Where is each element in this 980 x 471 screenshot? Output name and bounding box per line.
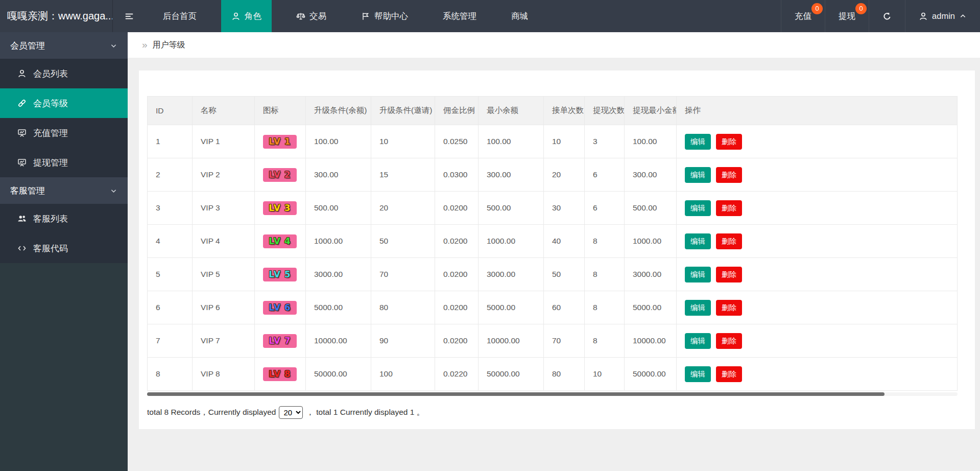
table-row: 7 VIP 7 LV 7 10000.00 90 0.0200 10000.00… [148, 324, 958, 358]
cell-upgrade-balance: 300.00 [306, 158, 371, 192]
recharge-button[interactable]: 充值 0 [781, 0, 825, 32]
nav-item-roles[interactable]: 角色 [221, 0, 272, 32]
cell-actions: 编辑删除 [677, 358, 958, 391]
delete-button[interactable]: 删除 [716, 134, 742, 150]
cell-upgrade-invite: 20 [371, 192, 435, 225]
cell-icon: LV 3 [255, 192, 306, 225]
cell-withdraw-count: 6 [585, 158, 625, 192]
sidebar-group-service-management[interactable]: 客服管理 [0, 177, 128, 204]
cell-min-balance: 3000.00 [479, 258, 544, 291]
edit-button[interactable]: 编辑 [685, 200, 711, 216]
refresh-button[interactable] [869, 0, 905, 32]
levels-table: ID 名称 图标 升级条件(余额) 升级条件(邀请) 佣金比例 最小余额 接单次… [147, 96, 958, 391]
edit-button[interactable]: 编辑 [685, 134, 711, 150]
cell-min-withdrawal: 10000.00 [625, 324, 677, 358]
cell-upgrade-balance: 50000.00 [306, 358, 371, 391]
sidebar-item-withdraw-management[interactable]: 提现管理 [0, 148, 128, 177]
cell-commission-rate: 0.0250 [435, 125, 479, 158]
edit-button[interactable]: 编辑 [685, 267, 711, 282]
cell-icon: LV 6 [255, 291, 306, 324]
edit-button[interactable]: 编辑 [685, 300, 711, 316]
menu-toggle-button[interactable] [112, 0, 146, 32]
cell-name: VIP 1 [193, 125, 255, 158]
user-menu[interactable]: admin [905, 0, 980, 32]
sidebar-item-recharge-management[interactable]: 充值管理 [0, 118, 128, 148]
edit-button[interactable]: 编辑 [685, 167, 711, 183]
cell-upgrade-invite: 70 [371, 258, 435, 291]
page-title: 用户等级 [153, 40, 185, 51]
cell-actions: 编辑删除 [677, 158, 958, 192]
cell-actions: 编辑删除 [677, 125, 958, 158]
cell-min-balance: 1000.00 [479, 225, 544, 258]
cell-commission-rate: 0.0220 [435, 358, 479, 391]
sidebar-item-label: 客服代码 [33, 243, 68, 254]
cell-id: 8 [148, 358, 193, 391]
delete-button[interactable]: 删除 [716, 300, 742, 316]
cell-name: VIP 8 [193, 358, 255, 391]
flag-icon [361, 12, 370, 21]
sidebar-item-member-level[interactable]: 会员等级 [0, 88, 128, 118]
delete-button[interactable]: 删除 [716, 200, 742, 216]
cell-id: 3 [148, 192, 193, 225]
page-size-select[interactable]: 20 [279, 406, 303, 419]
level-badge: LV 6 [263, 301, 297, 315]
cell-upgrade-balance: 3000.00 [306, 258, 371, 291]
cell-upgrade-invite: 100 [371, 358, 435, 391]
sidebar-item-label: 会员列表 [33, 68, 68, 80]
sidebar-item-service-code[interactable]: 客服代码 [0, 233, 128, 263]
delete-button[interactable]: 删除 [716, 366, 742, 382]
col-min-balance: 最小余额 [479, 97, 544, 125]
cell-icon: LV 2 [255, 158, 306, 192]
cell-actions: 编辑删除 [677, 258, 958, 291]
level-badge: LV 3 [263, 201, 297, 215]
edit-button[interactable]: 编辑 [685, 366, 711, 382]
nav-item-help-center[interactable]: 帮助中心 [351, 0, 418, 32]
col-upgrade-balance: 升级条件(余额) [306, 97, 371, 125]
nav-item-shop[interactable]: 商城 [501, 0, 538, 32]
sidebar-item-member-list[interactable]: 会员列表 [0, 59, 128, 88]
sidebar-group-member-management[interactable]: 会员管理 [0, 32, 128, 59]
sidebar-item-service-list[interactable]: 客服列表 [0, 204, 128, 233]
sidebar-item-label: 充值管理 [33, 127, 68, 139]
cell-name: VIP 4 [193, 225, 255, 258]
chevron-up-icon [959, 12, 967, 20]
cell-name: VIP 2 [193, 158, 255, 192]
delete-button[interactable]: 删除 [716, 333, 742, 349]
cell-name: VIP 7 [193, 324, 255, 358]
cell-icon: LV 1 [255, 125, 306, 158]
refresh-icon [882, 12, 892, 21]
cell-upgrade-balance: 10000.00 [306, 324, 371, 358]
level-badge: LV 7 [263, 334, 297, 348]
cell-id: 1 [148, 125, 193, 158]
cell-id: 2 [148, 158, 193, 192]
nav-item-label: 系统管理 [443, 11, 476, 22]
cell-withdraw-count: 8 [585, 225, 625, 258]
cell-upgrade-balance: 100.00 [306, 125, 371, 158]
nav-item-trade[interactable]: 交易 [286, 0, 337, 32]
chevron-down-icon [110, 187, 117, 195]
table-row: 3 VIP 3 LV 3 500.00 20 0.0200 500.00 30 … [148, 192, 958, 225]
cell-upgrade-invite: 90 [371, 324, 435, 358]
scrollbar-thumb[interactable] [147, 392, 885, 396]
cell-upgrade-balance: 5000.00 [306, 291, 371, 324]
nav-item-dashboard[interactable]: 后台首页 [153, 0, 207, 32]
withdraw-button[interactable]: 提现 0 [825, 0, 869, 32]
col-withdraw-count: 提现次数 [585, 97, 625, 125]
edit-button[interactable]: 编辑 [685, 333, 711, 349]
person-icon [231, 12, 241, 21]
recharge-badge: 0 [811, 3, 823, 14]
edit-button[interactable]: 编辑 [685, 233, 711, 249]
cell-commission-rate: 0.0200 [435, 291, 479, 324]
cell-icon: LV 5 [255, 258, 306, 291]
delete-button[interactable]: 删除 [716, 167, 742, 183]
cell-min-balance: 100.00 [479, 125, 544, 158]
level-badge: LV 4 [263, 234, 297, 248]
sidebar-item-label: 客服列表 [33, 213, 68, 225]
board-icon [17, 158, 27, 167]
delete-button[interactable]: 删除 [716, 233, 742, 249]
delete-button[interactable]: 删除 [716, 267, 742, 282]
nav-item-system[interactable]: 系统管理 [433, 0, 487, 32]
cell-min-balance: 500.00 [479, 192, 544, 225]
cell-id: 7 [148, 324, 193, 358]
cell-withdraw-count: 8 [585, 291, 625, 324]
